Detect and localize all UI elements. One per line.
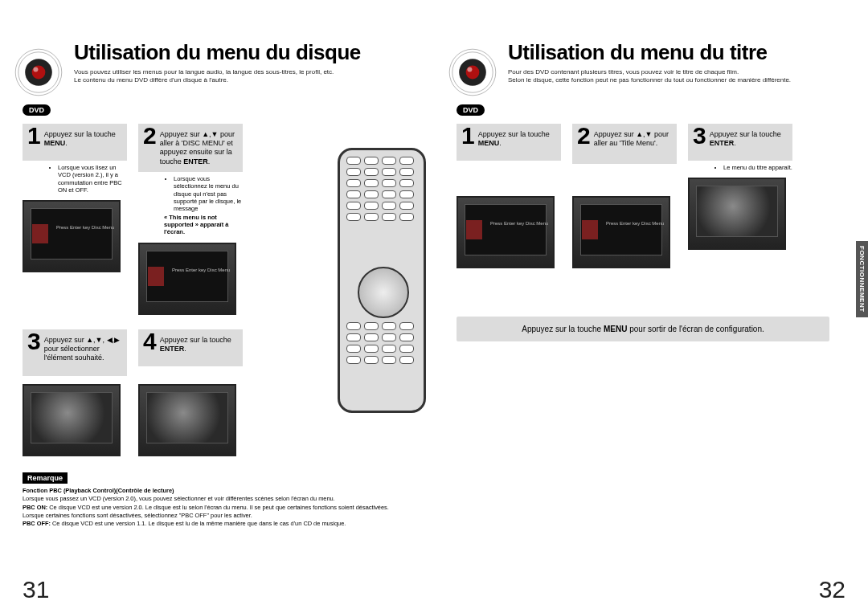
note-text-b: « This menu is not supported » apparaît … bbox=[164, 214, 244, 236]
step-text: Appuyez sur ▲,▼, ◀,▶ pour sélectionner l… bbox=[44, 334, 121, 363]
pbc-on-label: PBC ON: bbox=[23, 504, 47, 511]
step-2: 2 Appuyez sur ▲,▼ pour aller à 'DISC MEN… bbox=[138, 124, 243, 172]
remarque-body: Fonction PBC (Playback Control)(Contrôle… bbox=[23, 487, 411, 529]
note-text-a: Lorsque vous sélectionnez le menu du dis… bbox=[174, 175, 244, 213]
manual-spread: Utilisation du menu du disque Vous pouve… bbox=[0, 0, 868, 613]
bold-msg: « This menu is not supported » apparaît … bbox=[164, 214, 228, 236]
page-31: Utilisation du menu du disque Vous pouve… bbox=[0, 0, 434, 613]
t2: . bbox=[65, 139, 68, 147]
step-1: 1 Appuyez sur la touche MENU. bbox=[23, 124, 127, 161]
step-text: Appuyez sur ▲,▼ pour aller à 'DISC MENU'… bbox=[160, 129, 236, 166]
step-2-note: Lorsque vous sélectionnez le menu du dis… bbox=[141, 175, 244, 236]
col-2: 2 Appuyez sur ▲,▼ pour aller au 'Title M… bbox=[572, 124, 678, 268]
b: MENU bbox=[478, 139, 500, 147]
step-text: Appuyez sur la touche ENTER. bbox=[160, 334, 236, 354]
remarque-title: Fonction PBC (Playback Control)(Contrôle… bbox=[23, 487, 174, 494]
page-title: Utilisation du menu du disque bbox=[74, 40, 411, 65]
pbc-off-text: Ce disque VCD est une version 1.1. Le di… bbox=[52, 520, 346, 527]
t2: . bbox=[499, 139, 502, 147]
col-3: 3 Appuyez sur la touche ENTER. Le menu d… bbox=[688, 124, 794, 268]
col-1: 1 Appuyez sur la touche MENU. Lorsque vo… bbox=[23, 124, 129, 315]
step-number: 2 bbox=[143, 124, 157, 148]
svg-point-4 bbox=[33, 67, 38, 72]
b: MENU bbox=[604, 325, 627, 333]
t2: . bbox=[734, 139, 736, 147]
remarque-intro: Lorsque vous passez un VCD (version 2.0)… bbox=[23, 495, 335, 502]
pbc-off-label: PBC OFF: bbox=[23, 520, 51, 527]
t: Appuyez sur la touche bbox=[522, 325, 604, 333]
step-2: 2 Appuyez sur ▲,▼ pour aller au 'Title M… bbox=[572, 124, 677, 164]
thumb-text: Press Enter key Disc Menu bbox=[606, 220, 664, 228]
t2: . bbox=[184, 345, 186, 353]
step-number: 4 bbox=[143, 329, 157, 353]
pbc-on-text: Ce disque VCD est une version 2.0. Le di… bbox=[23, 504, 389, 519]
step-number: 2 bbox=[577, 124, 591, 148]
thumb-text: Press Enter key Disc Menu bbox=[172, 267, 230, 275]
t2: . bbox=[208, 157, 211, 166]
step-text: Appuyez sur ▲,▼ pour aller au 'Title Men… bbox=[594, 129, 670, 149]
thumb-text: Press Enter key Disc Menu bbox=[56, 224, 114, 232]
intro-text: Pour des DVD contenant plusieurs titres,… bbox=[508, 68, 829, 85]
tv-thumbnail-disc-menu: Press Enter key Disc Menu bbox=[23, 200, 121, 272]
page-title: Utilisation du menu du titre bbox=[508, 40, 829, 65]
b: ENTER bbox=[183, 157, 208, 166]
step-3: 3 Appuyez sur la touche ENTER. bbox=[688, 124, 792, 161]
step-text: Appuyez sur la touche MENU. bbox=[478, 129, 555, 149]
step-1: 1 Appuyez sur la touche MENU. bbox=[457, 124, 561, 161]
thumb-text: Press Enter key Disc Menu bbox=[490, 220, 548, 228]
b: MENU bbox=[44, 139, 66, 147]
speaker-icon bbox=[14, 48, 63, 96]
dvd-badge: DVD bbox=[23, 104, 51, 116]
step-3: 3 Appuyez sur ▲,▼, ◀,▶ pour sélectionner… bbox=[23, 329, 127, 376]
speaker-icon bbox=[448, 48, 497, 96]
section-tab: FONCTIONNEMENT bbox=[856, 241, 868, 317]
exit-instruction: Appuyez sur la touche MENU pour sortir d… bbox=[457, 317, 829, 341]
tv-thumbnail-movie bbox=[688, 178, 786, 250]
remarque-block: Remarque Fonction PBC (Playback Control)… bbox=[23, 472, 411, 529]
tv-thumbnail-movie bbox=[23, 384, 121, 456]
remote-control-illustration bbox=[338, 148, 426, 413]
intro-line-1: Pour des DVD contenant plusieurs titres,… bbox=[508, 68, 829, 76]
t: Appuyez sur la touche bbox=[710, 130, 781, 138]
col-2: 2 Appuyez sur ▲,▼ pour aller à 'DISC MEN… bbox=[138, 124, 244, 315]
svg-point-8 bbox=[466, 66, 480, 80]
steps-row: 1 Appuyez sur la touche MENU. Press Ente… bbox=[457, 124, 829, 268]
page-32: Utilisation du menu du titre Pour des DV… bbox=[434, 0, 868, 613]
step-number: 1 bbox=[461, 124, 475, 148]
svg-point-3 bbox=[32, 66, 46, 80]
note-text: Lorsque vous lisez un VCD (version 2.), … bbox=[58, 164, 129, 194]
t: Appuyez sur la touche bbox=[478, 130, 550, 138]
intro-line-2: Le contenu du menu DVD diffère d'un disq… bbox=[74, 76, 411, 84]
tv-thumbnail-title-menu: Press Enter key Disc Menu bbox=[457, 196, 555, 268]
step-number: 3 bbox=[27, 329, 41, 353]
note-text: Le menu du titre apparaît. bbox=[723, 164, 794, 171]
col-2: 4 Appuyez sur la touche ENTER. bbox=[138, 329, 244, 456]
b: ENTER bbox=[160, 345, 185, 353]
col-1: 3 Appuyez sur ▲,▼, ◀,▶ pour sélectionner… bbox=[23, 329, 129, 456]
remarque-label: Remarque bbox=[23, 472, 68, 484]
step-3-note: Le menu du titre apparaît. bbox=[691, 164, 794, 171]
tv-thumbnail-movie bbox=[138, 384, 236, 456]
col-1: 1 Appuyez sur la touche MENU. Press Ente… bbox=[457, 124, 563, 268]
step-1-note: Lorsque vous lisez un VCD (version 2.), … bbox=[26, 164, 129, 194]
intro-text: Vous pouvez utiliser les menus pour la l… bbox=[74, 68, 411, 85]
page-number: 31 bbox=[23, 576, 49, 603]
step-number: 1 bbox=[27, 124, 41, 148]
t: Appuyez sur la touche bbox=[160, 336, 231, 344]
remote-dpad-icon bbox=[358, 267, 409, 318]
intro-line-1: Vous pouvez utiliser les menus pour la l… bbox=[74, 68, 411, 76]
t2: pour sortir de l'écran de configuration. bbox=[627, 325, 764, 333]
step-text: Appuyez sur la touche MENU. bbox=[44, 129, 121, 149]
page-number: 32 bbox=[819, 576, 845, 603]
intro-line-2: Selon le disque, cette fonction peut ne … bbox=[508, 76, 829, 84]
t: Appuyez sur la touche bbox=[44, 130, 116, 138]
b: ENTER bbox=[710, 139, 735, 147]
tv-thumbnail-disc-menu: Press Enter key Disc Menu bbox=[138, 243, 236, 315]
step-text: Appuyez sur la touche ENTER. bbox=[710, 129, 786, 149]
svg-point-9 bbox=[467, 67, 472, 72]
dvd-badge: DVD bbox=[457, 104, 485, 116]
step-4: 4 Appuyez sur la touche ENTER. bbox=[138, 329, 243, 366]
step-number: 3 bbox=[693, 124, 706, 148]
tv-thumbnail-title-menu: Press Enter key Disc Menu bbox=[572, 196, 670, 268]
